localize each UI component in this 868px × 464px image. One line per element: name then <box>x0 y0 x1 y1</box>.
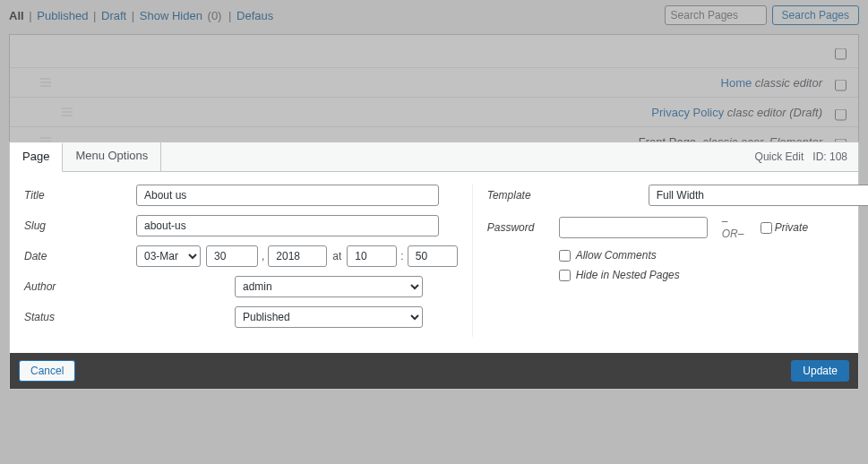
quick-edit-label: Quick Edit <box>755 150 804 163</box>
cancel-button[interactable]: Cancel <box>19 360 75 382</box>
input-hour[interactable] <box>347 245 397 267</box>
label-author: Author <box>24 280 136 293</box>
input-day[interactable] <box>206 245 258 267</box>
quick-edit-id: ID: 108 <box>812 150 847 163</box>
update-button[interactable]: Update <box>791 360 849 382</box>
select-template[interactable]: Full Width <box>649 185 868 206</box>
input-slug[interactable] <box>136 215 439 236</box>
input-password[interactable] <box>559 217 708 238</box>
select-month[interactable]: 03-Mar <box>136 245 201 267</box>
quick-edit-panel: Page Menu Options Quick Edit ID: 108 Tit… <box>9 142 859 390</box>
input-minute[interactable] <box>408 245 458 267</box>
label-date: Date <box>24 250 136 262</box>
label-slug: Slug <box>24 219 136 232</box>
label-template: Template <box>487 189 559 202</box>
select-status[interactable]: Published <box>235 306 423 328</box>
input-year[interactable] <box>268 245 327 267</box>
label-allow-comments: Allow Comments <box>576 249 657 262</box>
label-hide-nested: Hide in Nested Pages <box>576 269 680 281</box>
tab-page[interactable]: Page <box>10 143 63 172</box>
select-author[interactable]: admin <box>235 276 423 297</box>
or-label: –OR– <box>722 215 748 240</box>
label-at: at <box>332 250 341 262</box>
label-private: Private <box>775 221 868 234</box>
label-status: Status <box>24 311 136 323</box>
checkbox-hide-nested[interactable] <box>559 270 571 281</box>
checkbox-allow-comments[interactable] <box>559 250 571 262</box>
input-title[interactable] <box>136 185 439 206</box>
tab-menu-options[interactable]: Menu Options <box>63 142 161 171</box>
label-password: Password <box>487 221 559 234</box>
label-title: Title <box>24 189 136 202</box>
checkbox-private[interactable] <box>761 222 772 234</box>
